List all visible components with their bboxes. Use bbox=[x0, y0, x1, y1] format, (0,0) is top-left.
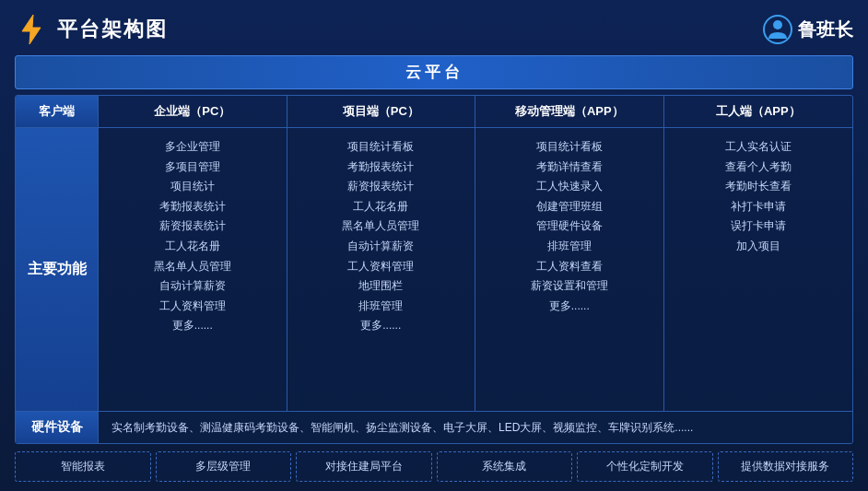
main-function-label: 主要功能 bbox=[16, 128, 99, 411]
list-item: 工人快速录入 bbox=[536, 177, 603, 197]
list-item: 工人花名册 bbox=[353, 197, 408, 217]
list-item: 项目统计看板 bbox=[536, 137, 603, 158]
list-item: 考勤报表统计 bbox=[347, 158, 414, 178]
list-item: 项目统计看板 bbox=[347, 137, 414, 158]
list-item: 地理围栏 bbox=[358, 276, 403, 297]
list-item: 多企业管理 bbox=[165, 137, 220, 158]
brand-name: 鲁班长 bbox=[798, 18, 853, 42]
list-item: 排班管理 bbox=[547, 237, 592, 257]
list-item: 自动计算薪资 bbox=[159, 276, 226, 297]
list-item: 排班管理 bbox=[358, 297, 403, 317]
list-item: 多项目管理 bbox=[165, 158, 220, 178]
main-table: 客户端 企业端（PC） 项目端（PC） 移动管理端（APP） 工人端（APP） … bbox=[15, 95, 853, 444]
col-header-worker: 工人端（APP） bbox=[664, 96, 853, 127]
feature-item: 对接住建局平台 bbox=[296, 451, 432, 482]
brand-logo: 鲁班长 bbox=[763, 15, 853, 44]
header-left: 平台架构图 bbox=[15, 13, 168, 46]
hardware-label: 硬件设备 bbox=[16, 412, 99, 443]
header: 平台架构图 鲁班长 bbox=[15, 9, 853, 50]
mobile-features: 项目统计看板考勤详情查看工人快速录入创建管理班组管理硬件设备排班管理工人资料查看… bbox=[475, 128, 664, 411]
list-item: 误打卡申请 bbox=[731, 216, 786, 237]
project-features: 项目统计看板考勤报表统计薪资报表统计工人花名册黑名单人员管理自动计算薪资工人资料… bbox=[287, 128, 476, 411]
list-item: 工人花名册 bbox=[165, 237, 220, 257]
list-item: 薪资报表统计 bbox=[159, 216, 226, 237]
main-container: 平台架构图 鲁班长 云平台 客户端 企业端（PC） 项目端（PC） 移动管理端（… bbox=[0, 0, 868, 491]
col-header-client: 客户端 bbox=[16, 96, 99, 127]
enterprise-features: 多企业管理多项目管理项目统计考勤报表统计薪资报表统计工人花名册黑名单人员管理自动… bbox=[99, 128, 287, 411]
svg-marker-0 bbox=[22, 15, 41, 44]
list-item: 更多...... bbox=[360, 316, 401, 336]
svg-point-2 bbox=[773, 20, 782, 29]
list-item: 工人资料管理 bbox=[159, 297, 226, 317]
feature-item: 多层级管理 bbox=[156, 451, 292, 482]
features-row: 智能报表多层级管理对接住建局平台系统集成个性化定制开发提供数据对接服务 bbox=[15, 451, 853, 482]
list-item: 加入项目 bbox=[736, 237, 780, 257]
list-item: 考勤报表统计 bbox=[159, 197, 226, 217]
list-item: 考勤详情查看 bbox=[536, 158, 603, 178]
list-item: 薪资设置和管理 bbox=[531, 276, 608, 297]
list-item: 查看个人考勤 bbox=[725, 158, 792, 178]
hardware-row: 硬件设备 实名制考勤设备、测温健康码考勤设备、智能闸机、扬尘监测设备、电子大屏、… bbox=[16, 411, 852, 443]
feature-item: 智能报表 bbox=[15, 451, 151, 482]
col-header-enterprise: 企业端（PC） bbox=[99, 96, 287, 127]
col-header-mobile: 移动管理端（APP） bbox=[475, 96, 664, 127]
list-item: 更多...... bbox=[172, 316, 213, 336]
list-item: 更多...... bbox=[549, 297, 590, 317]
page-title: 平台架构图 bbox=[57, 16, 168, 43]
feature-item: 提供数据对接服务 bbox=[718, 451, 854, 482]
list-item: 管理硬件设备 bbox=[536, 216, 603, 237]
hardware-content: 实名制考勤设备、测温健康码考勤设备、智能闸机、扬尘监测设备、电子大屏、LED大屏… bbox=[99, 412, 852, 443]
column-headers: 客户端 企业端（PC） 项目端（PC） 移动管理端（APP） 工人端（APP） bbox=[16, 96, 852, 128]
content-row: 主要功能 多企业管理多项目管理项目统计考勤报表统计薪资报表统计工人花名册黑名单人… bbox=[16, 128, 852, 411]
list-item: 创建管理班组 bbox=[536, 197, 603, 217]
list-item: 薪资报表统计 bbox=[347, 177, 414, 197]
list-item: 项目统计 bbox=[170, 177, 215, 197]
list-item: 工人资料查看 bbox=[536, 257, 603, 277]
logo-icon bbox=[15, 13, 48, 46]
list-item: 黑名单人员管理 bbox=[154, 257, 231, 277]
list-item: 工人实名认证 bbox=[725, 137, 792, 158]
list-item: 黑名单人员管理 bbox=[342, 216, 419, 237]
list-item: 考勤时长查看 bbox=[725, 177, 792, 197]
list-item: 自动计算薪资 bbox=[347, 237, 414, 257]
worker-features: 工人实名认证查看个人考勤考勤时长查看补打卡申请误打卡申请加入项目 bbox=[664, 128, 853, 411]
list-item: 工人资料管理 bbox=[347, 257, 414, 277]
cloud-banner: 云平台 bbox=[15, 55, 853, 89]
feature-item: 系统集成 bbox=[437, 451, 573, 482]
feature-item: 个性化定制开发 bbox=[577, 451, 713, 482]
col-header-project: 项目端（PC） bbox=[287, 96, 476, 127]
brand-icon bbox=[763, 15, 792, 44]
list-item: 补打卡申请 bbox=[731, 197, 786, 217]
